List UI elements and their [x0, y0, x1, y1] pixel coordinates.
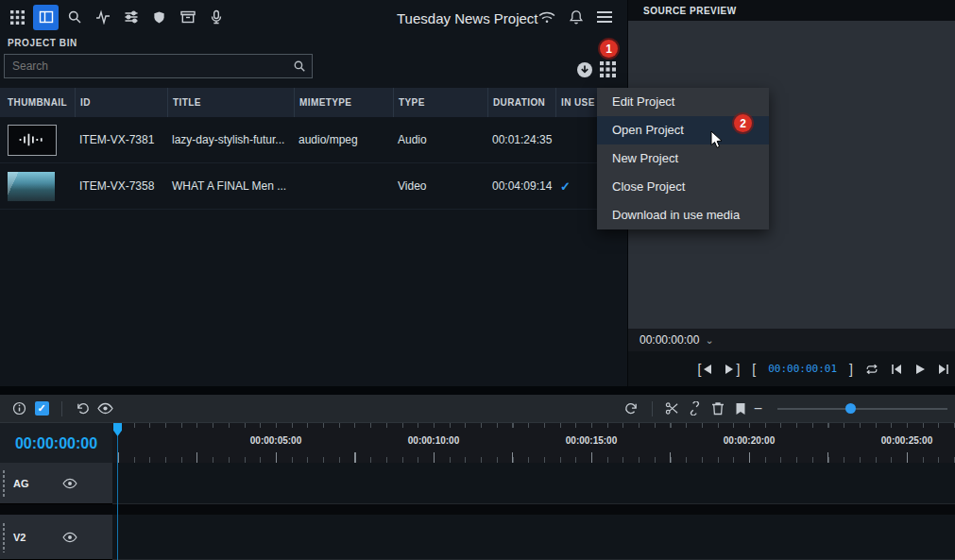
- col-thumbnail[interactable]: THUMBNAIL: [0, 88, 75, 117]
- chevron-down-icon[interactable]: ⌄: [705, 334, 713, 347]
- source-preview-header: SOURCE PREVIEW: [628, 0, 955, 21]
- shield-label-icon[interactable]: [146, 5, 172, 30]
- previous-frame-button[interactable]: [891, 364, 902, 375]
- track-lane[interactable]: [112, 515, 955, 560]
- playhead-line: [117, 434, 118, 560]
- step-badge-1: 1: [600, 40, 618, 58]
- current-timecode[interactable]: 00:00:00:00: [0, 423, 112, 464]
- ruler-label: 00:00:20:00: [724, 435, 775, 446]
- track-row-v2: V2: [0, 515, 955, 560]
- track-lane[interactable]: [112, 463, 955, 504]
- archive-icon[interactable]: [175, 5, 200, 30]
- delete-trash-icon[interactable]: [707, 398, 729, 420]
- apps-grid-icon[interactable]: [5, 5, 30, 30]
- col-mimetype[interactable]: MIMETYPE: [294, 88, 393, 117]
- project-title[interactable]: Tuesday News Project: [397, 10, 538, 26]
- track-drag-grip[interactable]: [1, 468, 7, 497]
- ruler-label: 00:00:25:00: [881, 435, 932, 446]
- ruler-label: 00:00:15:00: [566, 435, 617, 446]
- menu-item-edit-project[interactable]: Edit Project: [597, 88, 769, 116]
- cell-duration: 00:01:24:35: [487, 117, 555, 162]
- goto-mark-in-button[interactable]: [: [698, 362, 713, 377]
- timeline-ruler[interactable]: 00:00:05:00 00:00:10:00 00:00:15:00 00:0…: [112, 423, 955, 464]
- next-frame-button[interactable]: [938, 364, 949, 375]
- audio-thumbnail: [8, 125, 57, 156]
- goto-mark-out-button[interactable]: ]: [725, 362, 740, 377]
- cell-mimetype: audio/mpeg: [294, 117, 393, 162]
- unlink-icon[interactable]: [684, 398, 707, 420]
- cell-id: ITEM-VX-7358: [75, 163, 167, 209]
- timeline-tracks: AG V2: [0, 463, 955, 560]
- source-transport-bar: [ ] [ 00:00:00:01 ]: [628, 351, 955, 386]
- col-duration[interactable]: DURATION: [487, 88, 555, 117]
- zoom-slider-thumb[interactable]: [845, 403, 856, 414]
- track-drag-grip[interactable]: [1, 521, 7, 552]
- project-bin-label: PROJECT BIN: [8, 38, 77, 48]
- table-row[interactable]: ITEM-VX-7358 WHAT A FINAL Men ... Video …: [0, 163, 627, 210]
- app-window: Tuesday News Project PROJECT BIN 1 THU: [0, 0, 955, 560]
- timeline-panel: ✓: [0, 395, 955, 560]
- project-actions-menu: Edit Project Open Project New Project Cl…: [597, 88, 769, 229]
- play-button[interactable]: [914, 364, 926, 375]
- cell-duration: 00:04:09:14: [487, 163, 555, 209]
- timeline-toolbar: ✓: [0, 395, 955, 422]
- project-actions-grid-icon[interactable]: [600, 61, 616, 77]
- track-name: V2: [13, 532, 62, 543]
- track-row-ag: AG: [0, 463, 955, 504]
- notifications-bell-icon[interactable]: [569, 9, 584, 25]
- menu-item-close-project[interactable]: Close Project: [597, 173, 769, 201]
- mark-in-bracket[interactable]: [: [752, 362, 756, 377]
- track-visibility-eye-icon[interactable]: [62, 532, 77, 543]
- timeline-ruler-row: 00:00:00:00 00:00:05:00 00:00:10:00 00:0…: [0, 422, 955, 463]
- table-row[interactable]: ITEM-VX-7381 lazy-day-stylish-futur... a…: [0, 117, 627, 163]
- search-icon[interactable]: [61, 5, 87, 30]
- media-table: THUMBNAIL ID TITLE MIMETYPE TYPE DURATIO…: [0, 88, 627, 210]
- history-restore-icon[interactable]: [621, 398, 643, 420]
- source-preview-title: SOURCE PREVIEW: [643, 6, 737, 16]
- cell-title: WHAT A FINAL Men ...: [167, 163, 294, 209]
- timeline-zoom-slider[interactable]: [777, 398, 947, 420]
- ruler-label: 00:00:10:00: [408, 435, 459, 446]
- logger-pulse-icon[interactable]: [90, 5, 115, 30]
- bin-search: [4, 54, 313, 78]
- menu-item-download-in-use-media[interactable]: Download in use media: [597, 201, 769, 229]
- cut-scissors-icon[interactable]: [661, 398, 684, 420]
- bin-layout-icon[interactable]: [33, 5, 59, 30]
- undo-icon[interactable]: [71, 398, 94, 420]
- select-clips-checkbox[interactable]: ✓: [35, 401, 49, 416]
- track-visibility-eye-icon[interactable]: [62, 478, 77, 489]
- menu-item-new-project[interactable]: New Project: [597, 144, 769, 173]
- wifi-status-icon: [537, 9, 556, 25]
- project-bin-panel: Tuesday News Project PROJECT BIN 1 THU: [0, 0, 627, 386]
- info-icon[interactable]: [8, 398, 30, 420]
- zoom-out-icon[interactable]: −: [754, 400, 762, 417]
- ruler-label: 00:00:05:00: [250, 435, 301, 446]
- hamburger-menu-icon[interactable]: [596, 10, 613, 24]
- visibility-eye-icon[interactable]: [94, 398, 116, 420]
- col-title[interactable]: TITLE: [167, 88, 294, 117]
- mark-timecode[interactable]: 00:00:00:01: [768, 363, 837, 375]
- microphone-icon[interactable]: [203, 5, 229, 30]
- table-header: THUMBNAIL ID TITLE MIMETYPE TYPE DURATIO…: [0, 88, 627, 117]
- settings-sliders-icon[interactable]: [118, 5, 144, 30]
- cell-type: Audio: [393, 117, 487, 162]
- step-badge-2: 2: [734, 114, 752, 132]
- cell-mimetype: [294, 163, 393, 209]
- search-input[interactable]: [5, 59, 293, 73]
- track-header[interactable]: V2: [0, 515, 112, 560]
- source-timecode[interactable]: 00:00:00:00: [640, 333, 699, 347]
- loop-playback-icon[interactable]: [865, 363, 878, 376]
- cell-id: ITEM-VX-7381: [75, 117, 167, 162]
- col-type[interactable]: TYPE: [393, 88, 487, 117]
- inuse-check-icon: ✓: [560, 179, 571, 194]
- marker-flag-icon[interactable]: [729, 398, 752, 420]
- toolbar-separator: [61, 401, 62, 416]
- search-field-icon[interactable]: [293, 59, 306, 73]
- mark-out-bracket[interactable]: ]: [849, 362, 853, 377]
- download-icon[interactable]: [576, 61, 593, 78]
- video-thumbnail: [8, 172, 55, 201]
- cell-type: Video: [393, 163, 487, 209]
- col-id[interactable]: ID: [75, 88, 167, 117]
- toolbar-separator: [652, 401, 653, 416]
- track-header[interactable]: AG: [0, 463, 112, 504]
